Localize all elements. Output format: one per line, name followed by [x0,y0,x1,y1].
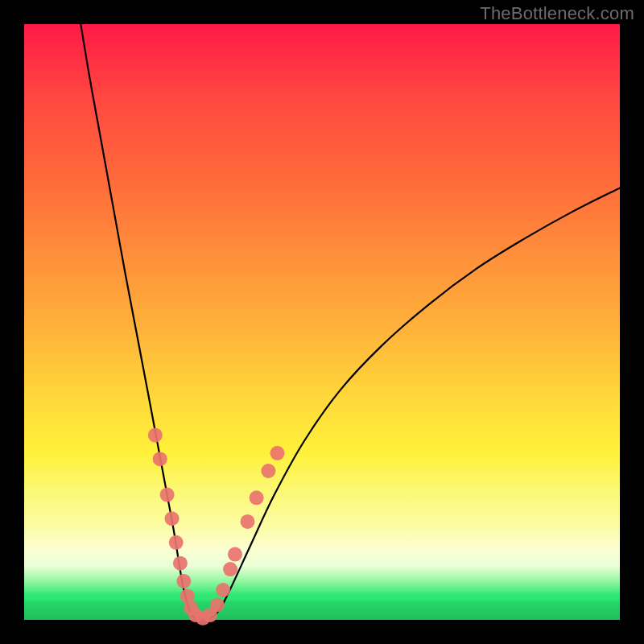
scatter-dot [261,464,275,478]
scatter-dot [169,535,184,550]
watermark-text: TheBottleneck.com [480,3,634,24]
scatter-dot [216,583,230,597]
scatter-dot [241,514,255,529]
scatter-dot [165,511,180,526]
scatter-dot [228,547,242,562]
scatter-dot [176,574,191,588]
scatter-dot [210,598,225,613]
scatter-dots [148,428,285,625]
curve-layer [24,24,620,620]
plot-area [24,24,620,620]
scatter-dot [270,446,285,460]
chart-frame: TheBottleneck.com [0,0,644,644]
scatter-dot [223,562,237,576]
scatter-dot [160,488,175,502]
scatter-dot [148,428,163,443]
bottleneck-curve [80,24,620,620]
scatter-dot [250,490,264,505]
scatter-dot [173,556,188,571]
scatter-dot [153,452,167,466]
